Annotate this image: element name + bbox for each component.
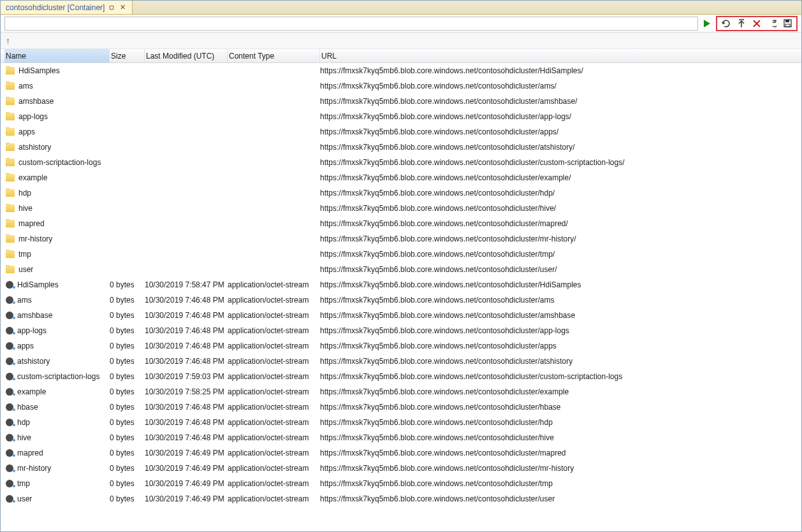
table-row[interactable]: amshttps://fmxsk7kyq5mb6.blob.core.windo… <box>1 78 801 94</box>
col-contenttype[interactable]: Content Type <box>228 49 320 62</box>
table-row[interactable]: custom-scriptaction-logshttps://fmxsk7ky… <box>1 155 801 170</box>
upload-button[interactable] <box>735 17 748 30</box>
cell-url: https://fmxsk7kyq5mb6.blob.core.windows.… <box>320 158 801 167</box>
table-row[interactable]: HdiSampleshttps://fmxsk7kyq5mb6.blob.cor… <box>1 63 801 78</box>
table-row[interactable]: apps0 bytes10/30/2019 7:46:48 PMapplicat… <box>1 338 801 354</box>
cell-name: HdiSamples <box>4 280 110 289</box>
cell-name: mr-history <box>4 464 110 473</box>
table-row[interactable]: appshttps://fmxsk7kyq5mb6.blob.core.wind… <box>1 124 801 140</box>
table-row[interactable]: HdiSamples0 bytes10/30/2019 7:58:47 PMap… <box>1 277 801 292</box>
cell-url: https://fmxsk7kyq5mb6.blob.core.windows.… <box>320 82 801 90</box>
cell-url: https://fmxsk7kyq5mb6.blob.core.windows.… <box>320 127 801 136</box>
cell-url: https://fmxsk7kyq5mb6.blob.core.windows.… <box>320 66 801 75</box>
cell-name: hdp <box>4 418 110 427</box>
table-row[interactable]: tmphttps://fmxsk7kyq5mb6.blob.core.windo… <box>1 247 801 262</box>
cell-modified: 10/30/2019 7:46:48 PM <box>145 311 228 320</box>
col-url[interactable]: URL <box>320 49 801 62</box>
folder-icon <box>6 128 15 136</box>
blob-icon <box>6 281 13 289</box>
blob-icon <box>6 403 13 411</box>
table-row[interactable]: amshbase0 bytes10/30/2019 7:46:48 PMappl… <box>1 308 801 323</box>
cell-url: https://fmxsk7kyq5mb6.blob.core.windows.… <box>320 204 801 213</box>
delete-button[interactable] <box>750 17 763 30</box>
tab-strip: contosohdicluster [Container] ✕ <box>1 1 801 15</box>
blob-icon <box>6 495 13 503</box>
cell-modified: 10/30/2019 7:58:47 PM <box>145 280 228 289</box>
col-name[interactable]: Name <box>4 49 110 62</box>
cell-name: amshbase <box>4 311 110 320</box>
folder-icon <box>6 250 15 258</box>
cell-size: 0 bytes <box>110 311 145 320</box>
cell-name: example <box>4 173 110 182</box>
folder-icon <box>6 174 15 182</box>
table-row[interactable]: mapredhttps://fmxsk7kyq5mb6.blob.core.wi… <box>1 216 801 231</box>
table-row[interactable]: user0 bytes10/30/2019 7:46:49 PMapplicat… <box>1 491 801 507</box>
folder-icon <box>6 82 15 90</box>
table-row[interactable]: tmp0 bytes10/30/2019 7:46:49 PMapplicati… <box>1 476 801 491</box>
cell-type: application/octet-stream <box>228 433 320 442</box>
cell-name: hbase <box>4 403 110 412</box>
table-row[interactable]: hivehttps://fmxsk7kyq5mb6.blob.core.wind… <box>1 201 801 216</box>
cell-type: application/octet-stream <box>228 387 320 396</box>
up-icon[interactable]: ↑ <box>6 36 10 46</box>
tab-container[interactable]: contosohdicluster [Container] ✕ <box>1 1 133 14</box>
tab-title: contosohdicluster [Container] <box>6 3 105 12</box>
cell-url: https://fmxsk7kyq5mb6.blob.core.windows.… <box>320 341 801 350</box>
table-row[interactable]: app-logs0 bytes10/30/2019 7:46:48 PMappl… <box>1 323 801 338</box>
cell-modified: 10/30/2019 7:58:25 PM <box>145 387 228 396</box>
cell-name: mapred <box>4 219 110 228</box>
table-row[interactable]: hdp0 bytes10/30/2019 7:46:48 PMapplicati… <box>1 415 801 430</box>
cell-type: application/octet-stream <box>228 326 320 335</box>
cell-name: atshistory <box>4 143 110 152</box>
cell-modified: 10/30/2019 7:46:48 PM <box>145 403 228 412</box>
cell-type: application/octet-stream <box>228 341 320 350</box>
cell-size: 0 bytes <box>110 479 145 488</box>
col-size[interactable]: Size <box>110 49 145 62</box>
table-row[interactable]: hbase0 bytes10/30/2019 7:46:48 PMapplica… <box>1 399 801 415</box>
table-row[interactable]: mr-historyhttps://fmxsk7kyq5mb6.blob.cor… <box>1 231 801 247</box>
table-row[interactable]: userhttps://fmxsk7kyq5mb6.blob.core.wind… <box>1 262 801 277</box>
refresh-button[interactable] <box>720 17 733 30</box>
table-row[interactable]: atshistoryhttps://fmxsk7kyq5mb6.blob.cor… <box>1 140 801 155</box>
table-row[interactable]: mapred0 bytes10/30/2019 7:46:49 PMapplic… <box>1 445 801 461</box>
table-row[interactable]: hive0 bytes10/30/2019 7:46:48 PMapplicat… <box>1 430 801 445</box>
cell-size: 0 bytes <box>110 494 145 503</box>
close-icon[interactable]: ✕ <box>119 3 127 11</box>
table-row[interactable]: amshbasehttps://fmxsk7kyq5mb6.blob.core.… <box>1 94 801 109</box>
table-row[interactable]: hdphttps://fmxsk7kyq5mb6.blob.core.windo… <box>1 185 801 201</box>
col-lastmodified[interactable]: Last Modified (UTC) <box>145 49 228 62</box>
cell-name: tmp <box>4 250 110 259</box>
cell-url: https://fmxsk7kyq5mb6.blob.core.windows.… <box>320 234 801 243</box>
folder-icon <box>6 189 15 197</box>
table-row[interactable]: custom-scriptaction-logs0 bytes10/30/201… <box>1 369 801 384</box>
table-row[interactable]: examplehttps://fmxsk7kyq5mb6.blob.core.w… <box>1 170 801 185</box>
folder-icon <box>6 205 15 212</box>
cell-name: app-logs <box>4 326 110 335</box>
toolbar <box>1 15 801 32</box>
blob-icon <box>6 480 13 487</box>
address-input[interactable] <box>4 17 698 31</box>
cell-name: hive <box>4 433 110 442</box>
pin-icon[interactable] <box>107 3 116 11</box>
blob-icon <box>6 296 13 304</box>
table-row[interactable]: atshistory0 bytes10/30/2019 7:46:48 PMap… <box>1 354 801 369</box>
cell-type: application/octet-stream <box>228 464 320 473</box>
table-row[interactable]: example0 bytes10/30/2019 7:58:25 PMappli… <box>1 384 801 399</box>
cell-name: amshbase <box>4 97 110 106</box>
cell-type: application/octet-stream <box>228 357 320 366</box>
go-button[interactable] <box>701 17 713 30</box>
cell-type: application/octet-stream <box>228 311 320 320</box>
cell-name: hive <box>4 204 110 213</box>
table-row[interactable]: ams0 bytes10/30/2019 7:46:48 PMapplicati… <box>1 292 801 308</box>
open-button[interactable] <box>766 17 778 30</box>
cell-name: user <box>4 494 110 503</box>
cell-name: mr-history <box>4 234 110 243</box>
cell-name: custom-scriptaction-logs <box>4 158 110 167</box>
cell-modified: 10/30/2019 7:46:49 PM <box>145 449 228 457</box>
grid-body[interactable]: HdiSampleshttps://fmxsk7kyq5mb6.blob.cor… <box>1 63 801 531</box>
save-button[interactable] <box>781 17 794 30</box>
table-row[interactable]: app-logshttps://fmxsk7kyq5mb6.blob.core.… <box>1 109 801 124</box>
cell-type: application/octet-stream <box>228 403 320 412</box>
cell-name: tmp <box>4 479 110 488</box>
table-row[interactable]: mr-history0 bytes10/30/2019 7:46:49 PMap… <box>1 461 801 476</box>
